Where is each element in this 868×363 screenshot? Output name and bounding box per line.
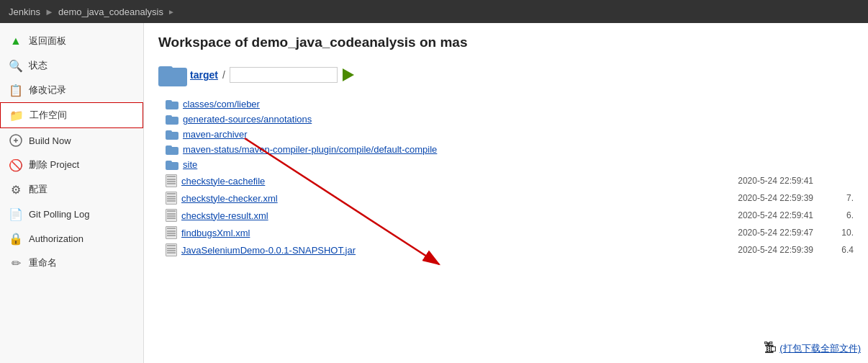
download-bar: 🗜 (打包下载全部文件) xyxy=(764,341,861,356)
lock-icon: 🔒 xyxy=(9,231,23,246)
sidebar-item-delete-label: 删除 Project xyxy=(29,158,79,171)
folder-icon-sm xyxy=(166,130,178,140)
file-list: classes/com/lieber generated-sources/ann… xyxy=(166,97,854,259)
file-icon-sm xyxy=(166,226,177,239)
sidebar-item-back-label: 返回面板 xyxy=(29,35,66,48)
sidebar-item-status-label: 状态 xyxy=(29,59,48,72)
sidebar-item-back[interactable]: ▲ 返回面板 xyxy=(0,29,143,53)
folder-large-icon xyxy=(158,63,187,86)
clipboard-icon: 📋 xyxy=(9,83,23,97)
sidebar-item-changes-label: 修改记录 xyxy=(29,84,66,97)
list-item: JavaSeleniumDemo-0.0.1-SNAPSHOT.jar 2020… xyxy=(166,241,854,259)
file-icon-sm xyxy=(166,209,177,222)
topbar-sep1: ► xyxy=(45,6,54,17)
path-input[interactable] xyxy=(230,67,338,83)
file-link[interactable]: maven-status/maven-compiler-plugin/compi… xyxy=(183,144,437,155)
sidebar-item-workspace-label: 工作空间 xyxy=(30,109,67,122)
topbar-jenkins-label[interactable]: Jenkins xyxy=(9,6,40,17)
sidebar-item-status[interactable]: 🔍 状态 xyxy=(0,53,143,78)
download-link[interactable]: (打包下载全部文件) xyxy=(779,342,861,355)
sidebar-item-build-now[interactable]: Build Now xyxy=(0,128,143,153)
file-size: 6.4 xyxy=(825,245,854,255)
rename-icon: ✏ xyxy=(9,256,23,270)
file-link[interactable]: site xyxy=(183,159,197,170)
gear-icon: ⚙ xyxy=(9,182,23,197)
file-date: 2020-5-24 22:59:41 xyxy=(720,176,820,186)
go-arrow-icon xyxy=(343,68,354,81)
folder-icon-sm xyxy=(166,145,178,155)
sidebar-item-config[interactable]: ⚙ 配置 xyxy=(0,177,143,202)
folder-icon-sm xyxy=(166,115,178,125)
path-folder-link[interactable]: target xyxy=(190,69,218,81)
file-link[interactable]: checkstyle-result.xml xyxy=(181,210,268,221)
topbar-project-label[interactable]: demo_java_codeanalysis xyxy=(58,6,163,17)
sidebar-item-config-label: 配置 xyxy=(29,183,48,196)
sidebar: ▲ 返回面板 🔍 状态 📋 修改记录 📁 工作空间 Build Now 🚫 xyxy=(0,23,144,363)
file-link[interactable]: findbugsXml.xml xyxy=(181,228,250,238)
file-size: 7. xyxy=(825,193,854,203)
folder-icon-sm xyxy=(166,99,178,109)
file-icon-sm xyxy=(166,174,177,187)
page-title: Workspace of demo_java_codeanalysis on m… xyxy=(158,35,854,50)
list-item: checkstyle-result.xml 2020-5-24 22:59:41… xyxy=(166,207,854,224)
list-item: classes/com/lieber xyxy=(166,97,854,112)
sidebar-item-authorization-label: Authorization xyxy=(29,233,83,244)
sidebar-item-git-polling-label: Git Polling Log xyxy=(29,209,90,220)
sidebar-item-changes[interactable]: 📋 修改记录 xyxy=(0,78,143,102)
file-link[interactable]: checkstyle-checker.xml xyxy=(181,193,278,204)
sidebar-item-build-now-label: Build Now xyxy=(29,135,71,146)
file-size: 10. xyxy=(825,228,854,238)
list-item: maven-status/maven-compiler-plugin/compi… xyxy=(166,142,854,157)
file-size: 6. xyxy=(825,210,854,220)
search-icon: 🔍 xyxy=(9,58,23,73)
list-item: findbugsXml.xml 2020-5-24 22:59:47 10. xyxy=(166,224,854,241)
file-link[interactable]: classes/com/lieber xyxy=(183,99,260,109)
file-date: 2020-5-24 22:59:39 xyxy=(720,193,820,203)
file-link[interactable]: generated-sources/annotations xyxy=(183,114,312,125)
topbar: Jenkins ► demo_java_codeanalysis ► xyxy=(0,0,868,23)
sidebar-item-workspace[interactable]: 📁 工作空间 xyxy=(0,102,143,128)
back-icon: ▲ xyxy=(9,34,23,48)
file-date: 2020-5-24 22:59:47 xyxy=(720,228,820,238)
build-icon xyxy=(9,133,23,148)
topbar-sep2: ► xyxy=(168,8,175,16)
path-go-button[interactable] xyxy=(340,67,356,83)
main-content: Workspace of demo_java_codeanalysis on m… xyxy=(144,23,868,363)
file-link[interactable]: checkstyle-cachefile xyxy=(181,176,265,187)
path-slash: / xyxy=(222,69,225,81)
folder-icon-sm xyxy=(166,160,178,170)
file-icon-sm xyxy=(166,243,177,256)
file-date: 2020-5-24 22:59:41 xyxy=(720,210,820,220)
file-link[interactable]: maven-archiver xyxy=(183,129,248,140)
path-bar: target / xyxy=(158,63,854,86)
list-item: site xyxy=(166,157,854,172)
folder-icon: 📁 xyxy=(9,108,24,122)
sidebar-item-authorization[interactable]: 🔒 Authorization xyxy=(0,226,143,251)
layout: ▲ 返回面板 🔍 状态 📋 修改记录 📁 工作空间 Build Now 🚫 xyxy=(0,23,868,363)
delete-icon: 🚫 xyxy=(9,158,23,172)
file-link[interactable]: JavaSeleniumDemo-0.0.1-SNAPSHOT.jar xyxy=(181,245,356,256)
list-item: maven-archiver xyxy=(166,127,854,142)
sidebar-item-rename[interactable]: ✏ 重命名 xyxy=(0,251,143,275)
git-icon: 📄 xyxy=(9,207,23,221)
file-date: 2020-5-24 22:59:39 xyxy=(720,245,820,255)
file-icon-sm xyxy=(166,192,177,205)
list-item: checkstyle-checker.xml 2020-5-24 22:59:3… xyxy=(166,189,854,207)
list-item: generated-sources/annotations xyxy=(166,112,854,127)
sidebar-item-rename-label: 重命名 xyxy=(29,256,57,269)
sidebar-item-delete[interactable]: 🚫 删除 Project xyxy=(0,153,143,177)
list-item: checkstyle-cachefile 2020-5-24 22:59:41 xyxy=(166,172,854,189)
download-icon: 🗜 xyxy=(764,341,777,356)
sidebar-item-git-polling[interactable]: 📄 Git Polling Log xyxy=(0,202,143,226)
